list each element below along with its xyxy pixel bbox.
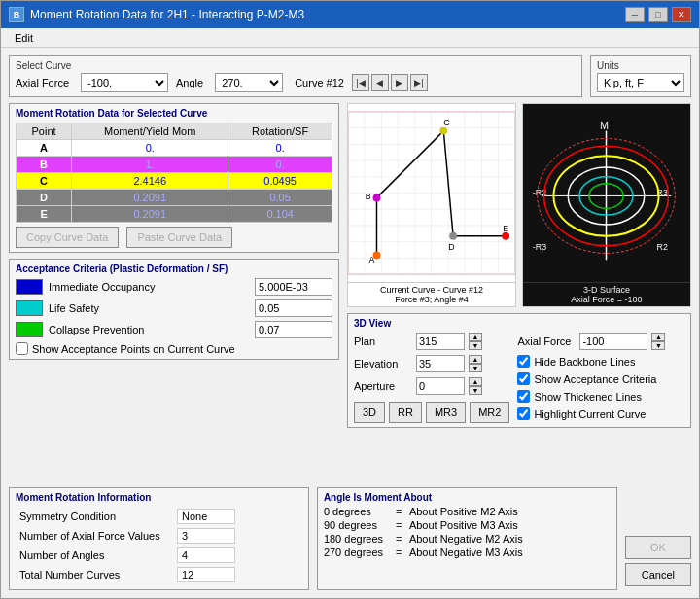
aperture-input[interactable] [416,377,465,395]
angle-row-0: 0 degrees = About Positive M2 Axis [324,506,611,517]
angle-2-desc: About Negative M2 Axis [409,533,611,545]
plan-down-button[interactable]: ▼ [469,341,482,350]
highlight-current-label: Highlight Current Curve [534,408,646,420]
ac-collapse-color [16,322,43,337]
curve-prev-button[interactable]: ◀ [371,74,389,91]
table-row: A 0. 0. [17,140,332,157]
current-curve-chart: A B C D E [347,103,516,307]
angle-1-deg: 90 degrees [324,519,392,531]
ac-immediate-label: Immediate Occupancy [49,281,249,293]
surface-chart-label: 3-D Surface Axial Force = -100 [523,282,690,306]
svg-point-25 [373,251,381,259]
angle-select[interactable]: 270. [215,73,283,92]
view-3d-title: 3D View [354,318,684,329]
hide-backbone-label: Hide Backbone Lines [534,356,635,368]
total-curves-label: Total Number Curves [18,566,173,583]
show-thickened-checkbox[interactable] [517,390,530,403]
highlight-current-checkbox[interactable] [517,407,530,420]
svg-text:D: D [448,242,454,252]
axial-force-up-button[interactable]: ▲ [651,333,665,341]
elevation-up-button[interactable]: ▲ [469,355,482,364]
btn-mr2[interactable]: MR2 [470,402,509,423]
moment-rotation-title: Moment Rotation Data for Selected Curve [16,108,332,119]
show-acceptance-label: Show Acceptance Criteria [534,373,656,385]
btn-mr3[interactable]: MR3 [426,402,466,423]
aperture-label: Aperture [354,380,412,392]
plan-up-button[interactable]: ▲ [469,333,482,341]
ok-button[interactable]: OK [625,536,691,559]
ok-cancel-area: OK Cancel [625,487,691,590]
title-bar: B Moment Rotation Data for 2H1 - Interac… [1,1,699,28]
units-select[interactable]: Kip, ft, F [597,73,684,92]
btn-3d[interactable]: 3D [354,402,385,423]
ac-collapse-value[interactable] [255,321,332,338]
btn-rr[interactable]: RR [389,402,422,423]
angles-row: Number of Angles 4 [18,546,300,564]
symmetry-value: None [177,509,235,524]
elevation-down-button[interactable]: ▼ [469,364,482,372]
total-curves-row: Total Number Curves 12 [18,566,300,583]
show-thickened-label: Show Thickened Lines [534,391,641,403]
angle-info-title: Angle Is Moment About [324,492,611,503]
angle-1-eq: = [396,519,405,531]
svg-text:C: C [443,118,450,127]
plan-input[interactable] [416,333,465,350]
close-button[interactable]: ✕ [672,7,691,22]
angles-label: Number of Angles [18,546,173,564]
moment-rotation-table: Point Moment/Yield Mom Rotation/SF A 0. … [16,123,332,223]
axial-forces-label: Number of Axial Force Values [18,527,173,545]
svg-text:R2: R2 [657,242,668,252]
axial-force-3d-input[interactable] [579,333,648,350]
curve-last-button[interactable]: ▶| [410,74,428,91]
curve-first-button[interactable]: |◀ [352,74,369,91]
aperture-up-button[interactable]: ▲ [469,377,482,386]
angle-row-1: 90 degrees = About Positive M3 Axis [324,519,611,531]
angle-2-eq: = [396,533,405,545]
angles-value: 4 [177,547,235,563]
angle-0-desc: About Positive M2 Axis [409,506,611,517]
angle-1-desc: About Positive M3 Axis [409,519,611,531]
current-curve-label: Current Curve - Curve #12 Force #3; Angl… [348,282,515,306]
show-acceptance-checkbox[interactable] [517,372,530,385]
ac-collapse-label: Collapse Prevention [49,324,249,335]
angle-2-deg: 180 degrees [324,533,392,545]
show-acceptance-points-label: Show Acceptance Points on Current Curve [32,343,235,355]
ac-lifesafety-value[interactable] [255,300,332,317]
angle-3-desc: About Negative M3 Axis [409,546,611,558]
view-3d-panel: 3D View Plan ▲ ▼ [347,313,691,428]
ac-lifesafety-label: Life Safety [49,302,249,314]
show-acceptance-points-checkbox[interactable] [16,342,28,355]
axial-force-select[interactable]: -100. [81,73,168,92]
copy-curve-button[interactable]: Copy Curve Data [16,227,119,248]
axial-force-label: Axial Force [16,77,69,88]
axial-force-3d-label: Axial Force [517,335,576,347]
axial-force-down-button[interactable]: ▼ [651,341,665,350]
paste-curve-button[interactable]: Paste Curve Data [126,227,232,248]
maximize-button[interactable]: □ [648,7,668,22]
angle-0-eq: = [396,506,405,517]
aperture-down-button[interactable]: ▼ [469,386,482,395]
minimize-button[interactable]: ─ [625,7,645,22]
mr-info-title: Moment Rotation Information [16,492,302,503]
angle-row-3: 270 degrees = About Negative M3 Axis [324,546,611,558]
angle-row-2: 180 degrees = About Negative M2 Axis [324,533,611,545]
svg-point-29 [502,232,509,240]
ac-immediate: Immediate Occupancy [16,278,332,296]
cancel-button[interactable]: Cancel [625,563,691,586]
menu-edit[interactable]: Edit [9,31,39,45]
col-rotation: Rotation/SF [228,123,332,140]
curve-number: Curve #12 [295,77,344,88]
main-window: B Moment Rotation Data for 2H1 - Interac… [0,0,700,599]
svg-text:-R3: -R3 [533,242,546,252]
ac-immediate-value[interactable] [255,278,332,296]
curve-next-button[interactable]: ▶ [391,74,408,91]
angle-3-deg: 270 degrees [324,546,392,558]
angle-3-eq: = [396,546,405,558]
table-row: D 0.2091 0.05 [17,190,332,206]
elevation-input[interactable] [416,355,465,372]
angle-info-panel: Angle Is Moment About 0 degrees = About … [317,487,617,590]
col-point: Point [17,123,72,140]
svg-text:M: M [600,120,609,131]
svg-text:E: E [503,224,508,233]
hide-backbone-checkbox[interactable] [517,355,530,368]
